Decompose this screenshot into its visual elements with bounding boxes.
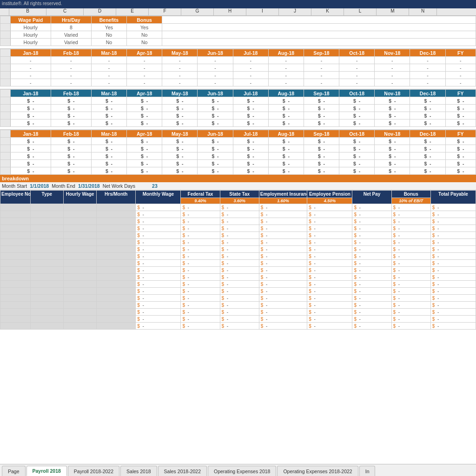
detail-table: Employee No. Type Hourly Wage Hrs/Month … bbox=[0, 190, 476, 330]
col-i: I bbox=[246, 8, 279, 15]
col-m: M bbox=[377, 8, 409, 15]
detail-row: $ -$ -$ -$ -$ -$ -$ -$ - bbox=[0, 218, 476, 225]
th-hrs-month: Hrs/Month bbox=[97, 191, 136, 204]
monthly-header-row-3: Jan-18 Feb-18 Mar-18 Apr-18 May-18 Jun-1… bbox=[0, 130, 476, 138]
tab-operating-expenses-2018-2022[interactable]: Operating Expenses 2018-2022 bbox=[277, 466, 358, 476]
monthly-section-3: Jan-18 Feb-18 Mar-18 Apr-18 May-18 Jun-1… bbox=[0, 130, 476, 175]
wage-row-3: Hourly Varied No No bbox=[0, 39, 476, 46]
th-state-pct: 3.60% bbox=[220, 198, 259, 204]
tab-payroll-2018-2022[interactable]: Payroll 2018-2022 bbox=[68, 466, 119, 476]
th-pension-pct: 4.50% bbox=[307, 198, 352, 204]
detail-row: $ -$ -$ -$ -$ -$ -$ -$ - bbox=[0, 204, 476, 211]
monthly-header-row-1: Jan-18 Feb-18 Mar-18 Apr-18 May-18 Jun-1… bbox=[0, 49, 476, 57]
th-ei-pct: 1.60% bbox=[259, 198, 307, 204]
breakdown-header: breakdown bbox=[0, 175, 476, 182]
detail-row: $ -$ -$ -$ -$ -$ -$ -$ - bbox=[0, 288, 476, 295]
th-state-tax: State Tax bbox=[220, 191, 259, 198]
detail-row: $ -$ -$ -$ -$ -$ -$ -$ - bbox=[0, 281, 476, 288]
th-net-pay: Net Pay bbox=[352, 191, 391, 204]
copyright-bar: institute®. All rights reserved. bbox=[0, 0, 476, 8]
s1-row-4: -- -- -- -- -- -- - bbox=[0, 79, 476, 86]
detail-row: $ -$ -$ -$ -$ -$ -$ -$ - bbox=[0, 267, 476, 274]
detail-row: $ -$ -$ -$ -$ -$ -$ -$ - bbox=[0, 295, 476, 302]
tab-page[interactable]: Page bbox=[2, 466, 26, 476]
s2-row-3: $ -$ - $ -$ - $ -$ - $ -$ - $ -$ - $ -$ … bbox=[0, 112, 476, 119]
col-f: F bbox=[149, 8, 181, 15]
detail-row: $ -$ -$ -$ -$ -$ -$ -$ - bbox=[0, 302, 476, 309]
month-end-label: Month End bbox=[52, 183, 75, 189]
detail-row: $ -$ -$ -$ -$ -$ -$ -$ - bbox=[0, 316, 476, 323]
tab-sales-2018[interactable]: Sales 2018 bbox=[120, 466, 157, 476]
th-bonus-pct: 10% of EBIT bbox=[391, 198, 430, 204]
col-h: H bbox=[214, 8, 246, 15]
wage-row-2: Hourly Varied No No bbox=[0, 31, 476, 39]
tab-sales-2018-2022[interactable]: Sales 2018-2022 bbox=[158, 466, 207, 476]
monthly-section-2: Jan-18 Feb-18 Mar-18 Apr-18 May-18 Jun-1… bbox=[0, 89, 476, 127]
meta-row: Month Start 1/1/2018 Month End 1/31/2018… bbox=[0, 182, 476, 190]
tab-bar: Page Payroll 2018 Payroll 2018-2022 Sale… bbox=[0, 464, 476, 476]
th-total-payable: Total Payable bbox=[430, 191, 476, 204]
wage-header-row: Wage Paid Hrs/Day Benefits Bonus bbox=[0, 16, 476, 24]
s2-row-1: $ -$ - $ -$ - $ -$ - $ -$ - $ -$ - $ -$ … bbox=[0, 97, 476, 105]
col-d: D bbox=[84, 8, 116, 15]
column-header-row: B C D E F G H I J K L M N bbox=[0, 8, 476, 16]
detail-row: $ -$ -$ -$ -$ -$ -$ -$ - bbox=[0, 239, 476, 246]
s3-row-3: $ -$ - $ -$ - $ -$ - $ -$ - $ -$ - $ -$ … bbox=[0, 152, 476, 160]
wage-paid-header: Wage Paid bbox=[10, 16, 51, 24]
tab-in[interactable]: In bbox=[359, 466, 376, 476]
th-emp-no: Employee No. bbox=[0, 191, 31, 204]
bonus-header: Bonus bbox=[127, 16, 162, 24]
month-end-value: 1/31/2018 bbox=[78, 183, 100, 189]
tab-operating-expenses-2018-2022-label: Operating Expenses 2018-2022 bbox=[283, 469, 352, 474]
monthly-header-row-2: Jan-18 Feb-18 Mar-18 Apr-18 May-18 Jun-1… bbox=[0, 90, 476, 97]
detail-table-body: $ -$ -$ -$ -$ -$ -$ -$ -$ -$ -$ -$ -$ -$… bbox=[0, 204, 476, 330]
th-hourly-wage: Hourly Wage bbox=[63, 191, 96, 204]
tab-page-label: Page bbox=[8, 469, 20, 474]
col-b: B bbox=[9, 8, 46, 15]
col-g: G bbox=[181, 8, 214, 15]
tab-payroll-2018[interactable]: Payroll 2018 bbox=[26, 466, 67, 476]
col-n: N bbox=[409, 8, 437, 15]
tab-payroll-2018-2022-label: Payroll 2018-2022 bbox=[74, 469, 113, 474]
tab-in-label: In bbox=[365, 469, 370, 474]
s2-row-4: $ -$ - $ -$ - $ -$ - $ -$ - $ -$ - $ -$ … bbox=[0, 119, 476, 127]
detail-row: $ -$ -$ -$ -$ -$ -$ -$ - bbox=[0, 253, 476, 260]
detail-row: $ -$ -$ -$ -$ -$ -$ -$ - bbox=[0, 274, 476, 281]
net-work-days-value: 23 bbox=[152, 183, 158, 189]
detail-row: $ -$ -$ -$ -$ -$ -$ -$ - bbox=[0, 225, 476, 232]
tab-operating-expenses-2018[interactable]: Operating Expenses 2018 bbox=[208, 466, 276, 476]
wage-info-table: Wage Paid Hrs/Day Benefits Bonus Hourly … bbox=[0, 16, 476, 46]
detail-row: $ -$ -$ -$ -$ -$ -$ -$ - bbox=[0, 309, 476, 316]
col-l: L bbox=[344, 8, 377, 15]
detail-row: $ -$ -$ -$ -$ -$ -$ -$ - bbox=[0, 232, 476, 239]
tab-payroll-2018-label: Payroll 2018 bbox=[33, 468, 61, 474]
th-type: Type bbox=[30, 191, 63, 204]
detail-row: $ -$ -$ -$ -$ -$ -$ -$ - bbox=[0, 211, 476, 218]
s1-row-3: -- -- -- -- -- -- - bbox=[0, 72, 476, 79]
col-k: K bbox=[311, 8, 344, 15]
tab-sales-2018-2022-label: Sales 2018-2022 bbox=[164, 469, 201, 474]
s3-row-2: $ -$ - $ -$ - $ -$ - $ -$ - $ -$ - $ -$ … bbox=[0, 145, 476, 152]
s2-row-2: $ -$ - $ -$ - $ -$ - $ -$ - $ -$ - $ -$ … bbox=[0, 105, 476, 112]
net-work-days-label: Net Work Days bbox=[103, 183, 135, 189]
th-federal-pct: 9.40% bbox=[181, 198, 220, 204]
spreadsheet-area: Wage Paid Hrs/Day Benefits Bonus Hourly … bbox=[0, 16, 476, 464]
s3-row-4: $ -$ - $ -$ - $ -$ - $ -$ - $ -$ - $ -$ … bbox=[0, 160, 476, 167]
tab-operating-expenses-2018-label: Operating Expenses 2018 bbox=[214, 469, 270, 474]
th-employment-insurance: Employment Insurance bbox=[259, 191, 307, 198]
col-c: C bbox=[46, 8, 84, 15]
wage-row-1: Hourly 8 Yes Yes bbox=[0, 24, 476, 31]
month-start-label: Month Start bbox=[2, 183, 27, 189]
th-federal-tax: Federal Tax bbox=[181, 191, 220, 198]
tab-sales-2018-label: Sales 2018 bbox=[126, 469, 151, 474]
copyright-text: institute®. All rights reserved. bbox=[2, 1, 62, 6]
col-j: J bbox=[279, 8, 311, 15]
breakdown-title: breakdown bbox=[2, 176, 29, 181]
month-start-value: 1/1/2018 bbox=[30, 183, 49, 189]
col-e: E bbox=[116, 8, 149, 15]
s1-row-1: -- -- -- -- -- -- - bbox=[0, 57, 476, 64]
th-monthly-wage: Monthly Wage bbox=[136, 191, 181, 204]
detail-header-row: Employee No. Type Hourly Wage Hrs/Month … bbox=[0, 191, 476, 198]
th-bonus: Bonus bbox=[391, 191, 430, 198]
benefits-header: Benefits bbox=[91, 16, 126, 24]
